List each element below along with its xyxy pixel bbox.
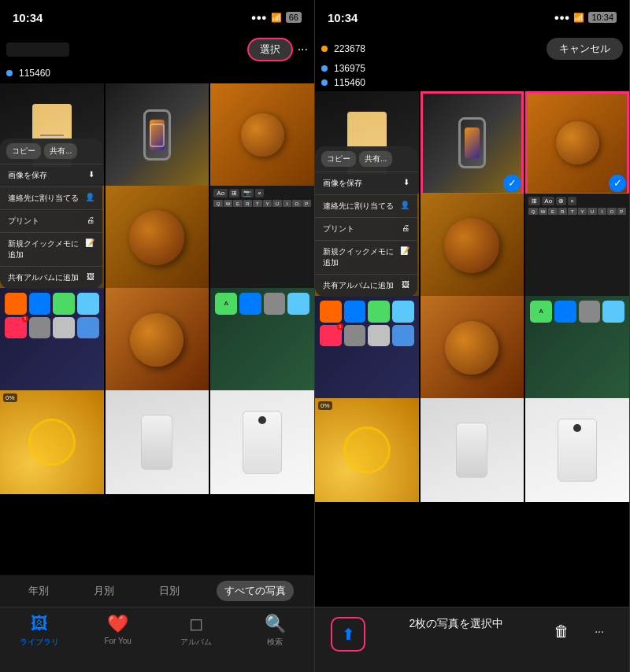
wifi-icon: 📶	[271, 13, 282, 23]
tag-223678: 223678	[321, 42, 365, 56]
battery-icon: 66	[286, 12, 302, 23]
grid-cell-8[interactable]	[106, 288, 209, 392]
foryou-icon: ❤️	[107, 614, 128, 634]
tag-r-115460: 115460	[321, 76, 623, 90]
grid-cell-4[interactable]	[0, 186, 104, 290]
right-grid-row-4: 0%	[315, 398, 629, 500]
r-grid-cell-1[interactable]	[315, 91, 419, 195]
albums-label: アルバム	[180, 637, 212, 648]
left-status-icons: ●●● 📶 66	[251, 12, 302, 23]
food-image	[241, 113, 284, 157]
grid-cell-10[interactable]: 0%	[0, 390, 104, 494]
grid-cell-11[interactable]	[106, 390, 209, 494]
r-white-device	[456, 423, 487, 478]
photo-grid: Ao ⊞ 📷 × Q W E R T Y U	[0, 83, 314, 575]
tab-albums[interactable]: ◻ アルバム	[169, 614, 224, 648]
grid-cell-6[interactable]: Ao ⊞ 📷 × Q W E R T Y U	[210, 186, 314, 290]
tab-search[interactable]: 🔍 検索	[247, 614, 302, 648]
tag-dot-2	[321, 65, 328, 72]
r-grid-cell-11[interactable]	[421, 398, 524, 502]
r-wifi-icon: 📶	[573, 13, 584, 23]
albums-icon: ◻	[189, 614, 203, 634]
right-grid-row-2-wrapper: ⊞ Ao ⊕ × Q W E R T Y U	[315, 194, 629, 296]
grid-row-4: 0%	[0, 390, 314, 493]
r-grid-cell-2-selected[interactable]: ✓	[421, 91, 524, 195]
signal-icon: ●●●	[251, 13, 267, 22]
r-grid-cell-10[interactable]: 0%	[315, 398, 419, 502]
trash-icon: 🗑	[554, 622, 569, 641]
right-grid-row-2: ⊞ Ao ⊕ × Q W E R T Y U	[315, 194, 629, 296]
r-grid-cell-8[interactable]	[421, 296, 524, 400]
left-status-time: 10:34	[13, 11, 43, 24]
album-type-bar: 年別 月別 日別 すべての写真	[0, 575, 314, 607]
album-type-day[interactable]: 日別	[151, 581, 187, 601]
foryou-label: For You	[104, 637, 131, 645]
more-dots-button[interactable]: ···	[298, 42, 308, 57]
r-grid-cell-12[interactable]	[525, 398, 629, 502]
check-badge-1: ✓	[503, 175, 521, 192]
r-food-image	[556, 121, 599, 164]
grid-cell-2[interactable]	[106, 83, 209, 187]
album-type-year[interactable]: 年別	[20, 581, 57, 601]
right-grid-row-3: 3 A	[315, 296, 629, 398]
r-signal-icon: ●●●	[554, 13, 570, 22]
r-battery-icon: 10:34	[588, 12, 617, 23]
search-icon: 🔍	[265, 614, 286, 634]
more-button[interactable]: ···	[585, 617, 613, 645]
r-grid-cell-6[interactable]: ⊞ Ao ⊕ × Q W E R T Y U	[525, 194, 629, 297]
grid-row-1	[0, 83, 314, 186]
tag-dot	[6, 70, 13, 76]
right-grid-row-1-wrapper: ✓ ✓	[315, 91, 629, 194]
cancel-button[interactable]: キャンセル	[547, 38, 623, 60]
right-panel: 10:34 ●●● 📶 10:34 223678 キャンセル 136975 11…	[315, 0, 630, 672]
r-grid-cell-7[interactable]: 3	[315, 296, 419, 400]
left-status-bar: 10:34 ●●● 📶 66	[0, 0, 314, 35]
share-button[interactable]: ⬆	[331, 617, 365, 652]
right-grid-row-1: ✓ ✓	[315, 91, 629, 194]
iphone-display	[143, 109, 171, 161]
right-top-area: 223678 キャンセル 136975 115460	[315, 35, 629, 91]
selection-tab-bar: ⬆ 2枚の写真を選択中 🗑 ···	[315, 607, 629, 672]
trash-button[interactable]: 🗑	[547, 617, 576, 645]
grid-row-3: 3 A	[0, 288, 314, 390]
food-large	[129, 210, 184, 265]
r-grid-cell-4[interactable]	[315, 194, 419, 297]
grid-cell-1[interactable]	[0, 83, 104, 187]
select-button[interactable]: 選択	[247, 38, 293, 61]
more-icon: ···	[595, 625, 604, 637]
grid-row-2: Ao ⊞ 📷 × Q W E R T Y U	[0, 186, 314, 288]
r-food-large	[444, 218, 499, 273]
redacted-name	[6, 42, 69, 57]
tags-area: 115460	[0, 63, 314, 83]
left-panel: 10:34 ●●● 📶 66 選択 ··· 115460	[0, 0, 315, 672]
grid-cell-9[interactable]: A	[210, 288, 314, 392]
right-photo-grid: ✓ ✓	[315, 91, 629, 607]
grid-row-2-with-context: Ao ⊞ 📷 × Q W E R T Y U	[0, 186, 314, 288]
r-grid-cell-3-selected[interactable]: ✓	[525, 91, 629, 195]
library-label: ライブラリ	[20, 637, 59, 648]
left-tab-bar: 🖼 ライブラリ ❤️ For You ◻ アルバム 🔍 検索	[0, 607, 314, 672]
search-label: 検索	[267, 637, 283, 648]
r-iphone-display	[458, 117, 486, 168]
right-status-bar: 10:34 ●●● 📶 10:34	[315, 0, 629, 35]
right-actions: 🗑 ···	[547, 617, 613, 645]
tag-115460: 115460	[6, 66, 308, 80]
r-grid-cell-9[interactable]: A	[525, 296, 629, 400]
album-type-month[interactable]: 月別	[86, 581, 122, 601]
tag-dot-3	[321, 79, 328, 86]
tag-136975: 136975	[321, 61, 623, 76]
library-icon: 🖼	[31, 614, 48, 634]
grid-cell-12[interactable]	[210, 390, 314, 494]
right-status-icons: ●●● 📶 10:34	[554, 12, 617, 23]
album-type-all[interactable]: すべての写真	[217, 581, 294, 601]
check-badge-2: ✓	[609, 175, 626, 192]
r-grid-cell-5[interactable]	[421, 194, 524, 297]
share-icon: ⬆	[342, 625, 355, 644]
tab-library[interactable]: 🖼 ライブラリ	[12, 614, 67, 648]
grid-cell-5[interactable]	[106, 186, 209, 290]
grid-cell-7[interactable]: 3	[0, 288, 104, 392]
tab-foryou[interactable]: ❤️ For You	[91, 614, 146, 645]
grid-cell-3[interactable]	[210, 83, 314, 187]
right-status-time: 10:34	[328, 11, 358, 24]
selection-info: 2枚の写真を選択中	[410, 617, 504, 631]
